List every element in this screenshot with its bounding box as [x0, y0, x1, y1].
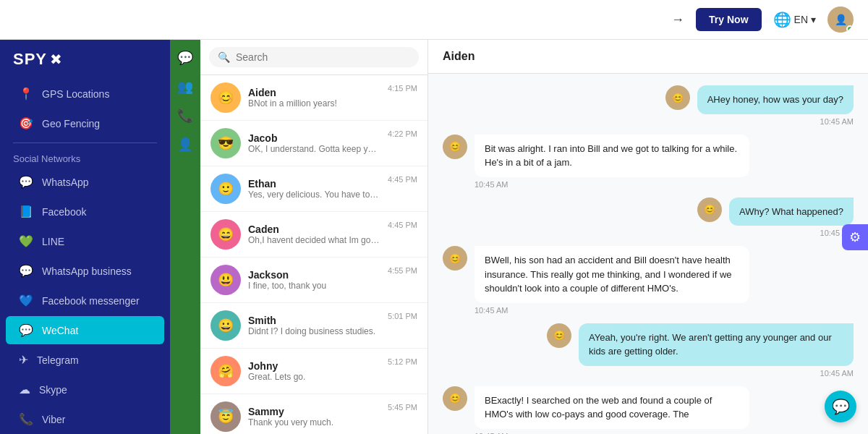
sidebar-item-geofence[interactable]: 🎯 Geo Fencing	[6, 109, 164, 137]
chat-list-item[interactable]: 🤗 Johny Great. Lets go. 5:12 PM	[200, 349, 427, 394]
chat-time: 5:01 PM	[388, 312, 417, 320]
search-bar: 🔍	[200, 40, 427, 75]
facebook-icon: 📘	[19, 205, 33, 218]
sidebar-label-fb-messenger: Facebook messenger	[42, 295, 140, 307]
chat-list-item[interactable]: 😄 Caden Oh,I havent decided what Im goin…	[200, 212, 427, 258]
sidebar-item-skype[interactable]: ☁ Skype	[6, 375, 164, 404]
chat-info: Jackson I fine, too, thank you	[248, 269, 380, 291]
message-bubble: Bit was alright. I ran into Bill and we …	[475, 135, 749, 177]
chat-list-item[interactable]: 😃 Jackson I fine, too, thank you 4:55 PM	[200, 258, 427, 303]
chat-avatar: 😇	[210, 401, 241, 432]
chat-avatar: 😀	[210, 310, 241, 341]
chat-list: 😊 Aiden BNot in a million years! 4:15 PM…	[200, 75, 427, 434]
sidebar-item-whatsapp-business[interactable]: 💬 WhatsApp business	[6, 257, 164, 285]
sidebar-item-whatsapp[interactable]: 💬 WhatsApp	[6, 168, 164, 196]
geofence-icon: 🎯	[19, 116, 33, 130]
chat-name: Caden	[248, 224, 380, 235]
message-time: 10:45 AM	[820, 369, 854, 378]
sidebar-label-line: LINE	[42, 236, 64, 247]
wechat-icon-column: 💬 👥 📞 👤	[170, 40, 200, 434]
message-bubble: BWell, his son had an accident and Bill …	[475, 246, 749, 303]
fb-messenger-icon: 💙	[19, 294, 33, 307]
message-row: 😊 BExactly! I searched on the web and fo…	[443, 386, 854, 435]
chat-info: Johny Great. Lets go.	[248, 360, 380, 382]
search-input[interactable]	[236, 51, 410, 63]
wechat-phone-icon[interactable]: 📞	[177, 108, 193, 124]
viber-icon: 📞	[19, 412, 33, 426]
sidebar-item-wechat[interactable]: 💬 WeChat	[6, 316, 164, 344]
lang-chevron-icon: ▾	[811, 14, 816, 25]
arrow-icon: →	[671, 12, 684, 27]
lang-selector[interactable]: 🌐 EN ▾	[773, 11, 816, 28]
user-avatar[interactable]: 👤	[827, 7, 854, 33]
skype-icon: ☁	[19, 383, 30, 396]
whatsapp-icon: 💬	[19, 175, 33, 189]
top-header: → Try Now 🌐 EN ▾ 👤	[0, 0, 868, 40]
sidebar-item-fb-messenger[interactable]: 💙 Facebook messenger	[6, 286, 164, 315]
logo-area: SPY ✖	[0, 40, 170, 79]
chat-info: Jacob OK, I understand. Gotta keep your …	[248, 132, 380, 154]
line-icon: 💚	[19, 234, 33, 248]
chat-time: 4:45 PM	[388, 175, 417, 184]
sidebar-item-line[interactable]: 💚 LINE	[6, 227, 164, 255]
sidebar-label-telegram: Telegram	[37, 354, 79, 366]
chat-preview: Yes, very delicious. You have to try i..…	[248, 190, 380, 200]
message-row: 😊 Bit was alright. I ran into Bill and w…	[443, 135, 854, 189]
message-content: BExactly! I searched on the web and foun…	[475, 386, 749, 435]
sidebar-item-viber[interactable]: 📞 Viber	[6, 405, 164, 433]
message-avatar: 😊	[443, 135, 467, 159]
chat-list-item[interactable]: 😊 Aiden BNot in a million years! 4:15 PM	[200, 75, 427, 121]
chat-preview: I fine, too, thank you	[248, 281, 380, 291]
message-row: AYeah, you're right. We aren't getting a…	[443, 323, 854, 378]
search-input-wrap[interactable]: 🔍	[209, 47, 419, 67]
online-badge	[846, 25, 854, 33]
divider	[13, 142, 157, 143]
whatsapp-business-icon: 💬	[19, 264, 33, 278]
chat-info: Aiden BNot in a million years!	[248, 87, 380, 109]
sidebar-label-whatsapp-business: WhatsApp business	[42, 265, 132, 277]
chat-preview: BNot in a million years!	[248, 98, 380, 109]
sidebar-item-telegram[interactable]: ✈ Telegram	[6, 346, 164, 374]
chat-header-name: Aiden	[443, 50, 475, 62]
chat-list-item[interactable]: 😀 Smith Didnt I? I doing business studie…	[200, 303, 427, 349]
chat-name: Smith	[248, 315, 380, 326]
sidebar-label-whatsapp: WhatsApp	[42, 176, 89, 188]
gps-icon: 📍	[19, 87, 33, 101]
chat-preview: Great. Lets go.	[248, 372, 380, 382]
chat-time: 4:45 PM	[388, 221, 417, 229]
message-bubble: BExactly! I searched on the web and foun…	[475, 386, 749, 429]
message-time: 10:45 AM	[820, 117, 854, 126]
sidebar-item-facebook[interactable]: 📘 Facebook	[6, 197, 164, 226]
message-content: AHey honey, how was your day? 10:45 AM	[697, 85, 854, 126]
chat-time: 5:12 PM	[388, 357, 417, 366]
message-content: AWhy? What happened? 10:45 AM	[729, 197, 854, 238]
chat-preview: OK, I understand. Gotta keep your gi...	[248, 144, 380, 154]
message-time: 10:45 AM	[475, 306, 749, 315]
wechat-people-icon[interactable]: 👤	[177, 137, 193, 153]
wechat-chat-icon[interactable]: 💬	[177, 50, 193, 66]
message-avatar: 😊	[443, 246, 467, 271]
telegram-icon: ✈	[19, 353, 28, 367]
lang-label: EN	[794, 14, 808, 25]
chat-avatar: 🙂	[210, 174, 241, 204]
sidebar-item-gps[interactable]: 📍 GPS Locations	[6, 80, 164, 108]
message-bubble: AYeah, you're right. We aren't getting a…	[579, 323, 854, 366]
sidebar-label-facebook: Facebook	[42, 206, 86, 218]
sidebar-label-viber: Viber	[42, 414, 65, 425]
message-time: 10:45 AM	[475, 180, 749, 189]
search-icon: 🔍	[218, 51, 230, 63]
chat-info: Sammy Thank you very much.	[248, 406, 380, 427]
message-panel: Aiden AHey honey, how was your day? 10:4…	[428, 40, 868, 434]
chat-list-item[interactable]: 😎 Jacob OK, I understand. Gotta keep you…	[200, 121, 427, 166]
chat-list-item[interactable]: 😇 Sammy Thank you very much. 5:45 PM	[200, 394, 427, 434]
chat-support-button[interactable]: 💬	[825, 391, 856, 422]
wechat-contacts-icon[interactable]: 👥	[177, 79, 193, 95]
message-avatar: 😊	[547, 323, 571, 348]
settings-fab-button[interactable]: ⚙	[842, 224, 868, 250]
chat-time: 4:22 PM	[388, 129, 417, 138]
wechat-icon: 💬	[19, 323, 33, 337]
try-now-button[interactable]: Try Now	[696, 8, 761, 31]
chat-list-item[interactable]: 🙂 Ethan Yes, very delicious. You have to…	[200, 166, 427, 212]
chat-avatar: 😄	[210, 219, 241, 250]
chat-avatar: 😊	[210, 82, 241, 113]
